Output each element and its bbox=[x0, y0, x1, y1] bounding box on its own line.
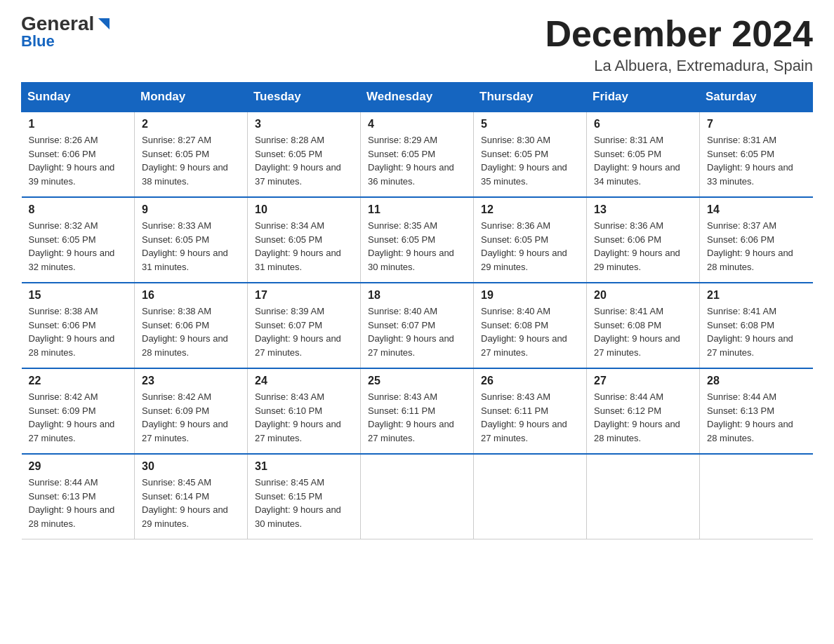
day-number: 12 bbox=[481, 203, 579, 216]
day-number: 14 bbox=[707, 203, 806, 216]
header-tuesday: Tuesday bbox=[248, 83, 361, 112]
day-info: Sunrise: 8:44 AMSunset: 6:12 PMDaylight:… bbox=[594, 391, 680, 443]
title-block: December 2024 La Albuera, Extremadura, S… bbox=[545, 14, 813, 75]
day-info: Sunrise: 8:38 AMSunset: 6:06 PMDaylight:… bbox=[29, 306, 115, 358]
day-info: Sunrise: 8:33 AMSunset: 6:05 PMDaylight:… bbox=[142, 220, 228, 272]
day-number: 1 bbox=[29, 118, 128, 130]
day-info: Sunrise: 8:40 AMSunset: 6:08 PMDaylight:… bbox=[481, 306, 567, 358]
calendar-cell: 29 Sunrise: 8:44 AMSunset: 6:13 PMDaylig… bbox=[22, 454, 135, 539]
calendar-cell: 10 Sunrise: 8:34 AMSunset: 6:05 PMDaylig… bbox=[248, 197, 361, 283]
day-number: 5 bbox=[481, 118, 579, 130]
day-number: 9 bbox=[142, 203, 240, 216]
day-info: Sunrise: 8:29 AMSunset: 6:05 PMDaylight:… bbox=[368, 135, 454, 187]
day-info: Sunrise: 8:28 AMSunset: 6:05 PMDaylight:… bbox=[255, 135, 341, 187]
calendar-cell: 16 Sunrise: 8:38 AMSunset: 6:06 PMDaylig… bbox=[135, 283, 248, 368]
day-info: Sunrise: 8:37 AMSunset: 6:06 PMDaylight:… bbox=[707, 220, 793, 272]
logo-blue-text: Blue bbox=[21, 34, 55, 49]
calendar-cell: 22 Sunrise: 8:42 AMSunset: 6:09 PMDaylig… bbox=[22, 368, 135, 454]
day-info: Sunrise: 8:36 AMSunset: 6:06 PMDaylight:… bbox=[594, 220, 680, 272]
header-wednesday: Wednesday bbox=[361, 83, 474, 112]
location: La Albuera, Extremadura, Spain bbox=[545, 57, 813, 75]
page-header: General Blue December 2024 La Albuera, E… bbox=[21, 14, 813, 75]
day-number: 28 bbox=[707, 375, 806, 387]
day-number: 13 bbox=[594, 203, 692, 216]
calendar-cell: 23 Sunrise: 8:42 AMSunset: 6:09 PMDaylig… bbox=[135, 368, 248, 454]
calendar-cell: 21 Sunrise: 8:41 AMSunset: 6:08 PMDaylig… bbox=[700, 283, 813, 368]
day-number: 6 bbox=[594, 118, 692, 130]
calendar-week-row: 22 Sunrise: 8:42 AMSunset: 6:09 PMDaylig… bbox=[22, 368, 813, 454]
logo-triangle-icon bbox=[95, 17, 112, 32]
day-info: Sunrise: 8:30 AMSunset: 6:05 PMDaylight:… bbox=[481, 135, 567, 187]
calendar-week-row: 8 Sunrise: 8:32 AMSunset: 6:05 PMDayligh… bbox=[22, 197, 813, 283]
day-number: 4 bbox=[368, 118, 466, 130]
svg-marker-0 bbox=[98, 18, 110, 29]
day-info: Sunrise: 8:44 AMSunset: 6:13 PMDaylight:… bbox=[29, 477, 115, 529]
day-info: Sunrise: 8:36 AMSunset: 6:05 PMDaylight:… bbox=[481, 220, 567, 272]
day-number: 17 bbox=[255, 289, 353, 302]
calendar-cell: 4 Sunrise: 8:29 AMSunset: 6:05 PMDayligh… bbox=[361, 112, 474, 197]
day-number: 2 bbox=[142, 118, 240, 130]
calendar-cell: 14 Sunrise: 8:37 AMSunset: 6:06 PMDaylig… bbox=[700, 197, 813, 283]
header-friday: Friday bbox=[587, 83, 700, 112]
calendar-cell: 30 Sunrise: 8:45 AMSunset: 6:14 PMDaylig… bbox=[135, 454, 248, 539]
day-number: 11 bbox=[368, 203, 466, 216]
day-info: Sunrise: 8:43 AMSunset: 6:11 PMDaylight:… bbox=[481, 391, 567, 443]
day-info: Sunrise: 8:35 AMSunset: 6:05 PMDaylight:… bbox=[368, 220, 454, 272]
calendar-table: SundayMondayTuesdayWednesdayThursdayFrid… bbox=[21, 82, 813, 539]
calendar-cell: 1 Sunrise: 8:26 AMSunset: 6:06 PMDayligh… bbox=[22, 112, 135, 197]
day-number: 23 bbox=[142, 375, 240, 387]
calendar-cell bbox=[587, 454, 700, 539]
day-number: 20 bbox=[594, 289, 692, 302]
day-number: 31 bbox=[255, 460, 353, 473]
day-info: Sunrise: 8:34 AMSunset: 6:05 PMDaylight:… bbox=[255, 220, 341, 272]
calendar-cell bbox=[700, 454, 813, 539]
day-number: 26 bbox=[481, 375, 579, 387]
logo-general-text: General bbox=[21, 14, 94, 34]
day-info: Sunrise: 8:45 AMSunset: 6:14 PMDaylight:… bbox=[142, 477, 228, 529]
calendar-cell: 18 Sunrise: 8:40 AMSunset: 6:07 PMDaylig… bbox=[361, 283, 474, 368]
logo: General Blue bbox=[21, 14, 112, 49]
day-info: Sunrise: 8:42 AMSunset: 6:09 PMDaylight:… bbox=[29, 391, 115, 443]
day-number: 29 bbox=[29, 460, 128, 473]
calendar-cell: 19 Sunrise: 8:40 AMSunset: 6:08 PMDaylig… bbox=[474, 283, 587, 368]
day-info: Sunrise: 8:43 AMSunset: 6:11 PMDaylight:… bbox=[368, 391, 454, 443]
day-number: 10 bbox=[255, 203, 353, 216]
day-info: Sunrise: 8:41 AMSunset: 6:08 PMDaylight:… bbox=[594, 306, 680, 358]
calendar-cell: 2 Sunrise: 8:27 AMSunset: 6:05 PMDayligh… bbox=[135, 112, 248, 197]
header-saturday: Saturday bbox=[700, 83, 813, 112]
calendar-week-row: 1 Sunrise: 8:26 AMSunset: 6:06 PMDayligh… bbox=[22, 112, 813, 197]
calendar-cell: 11 Sunrise: 8:35 AMSunset: 6:05 PMDaylig… bbox=[361, 197, 474, 283]
day-number: 21 bbox=[707, 289, 806, 302]
calendar-cell: 17 Sunrise: 8:39 AMSunset: 6:07 PMDaylig… bbox=[248, 283, 361, 368]
day-number: 18 bbox=[368, 289, 466, 302]
day-info: Sunrise: 8:45 AMSunset: 6:15 PMDaylight:… bbox=[255, 477, 341, 529]
day-number: 15 bbox=[29, 289, 128, 302]
calendar-cell: 9 Sunrise: 8:33 AMSunset: 6:05 PMDayligh… bbox=[135, 197, 248, 283]
calendar-cell: 5 Sunrise: 8:30 AMSunset: 6:05 PMDayligh… bbox=[474, 112, 587, 197]
calendar-cell: 25 Sunrise: 8:43 AMSunset: 6:11 PMDaylig… bbox=[361, 368, 474, 454]
header-thursday: Thursday bbox=[474, 83, 587, 112]
day-number: 30 bbox=[142, 460, 240, 473]
month-title: December 2024 bbox=[545, 14, 813, 54]
day-info: Sunrise: 8:39 AMSunset: 6:07 PMDaylight:… bbox=[255, 306, 341, 358]
calendar-cell: 12 Sunrise: 8:36 AMSunset: 6:05 PMDaylig… bbox=[474, 197, 587, 283]
calendar-cell: 27 Sunrise: 8:44 AMSunset: 6:12 PMDaylig… bbox=[587, 368, 700, 454]
calendar-cell: 6 Sunrise: 8:31 AMSunset: 6:05 PMDayligh… bbox=[587, 112, 700, 197]
calendar-cell: 15 Sunrise: 8:38 AMSunset: 6:06 PMDaylig… bbox=[22, 283, 135, 368]
day-info: Sunrise: 8:32 AMSunset: 6:05 PMDaylight:… bbox=[29, 220, 115, 272]
day-info: Sunrise: 8:26 AMSunset: 6:06 PMDaylight:… bbox=[29, 135, 115, 187]
calendar-cell: 7 Sunrise: 8:31 AMSunset: 6:05 PMDayligh… bbox=[700, 112, 813, 197]
calendar-cell: 20 Sunrise: 8:41 AMSunset: 6:08 PMDaylig… bbox=[587, 283, 700, 368]
day-info: Sunrise: 8:42 AMSunset: 6:09 PMDaylight:… bbox=[142, 391, 228, 443]
day-info: Sunrise: 8:31 AMSunset: 6:05 PMDaylight:… bbox=[707, 135, 793, 187]
calendar-week-row: 15 Sunrise: 8:38 AMSunset: 6:06 PMDaylig… bbox=[22, 283, 813, 368]
calendar-cell: 26 Sunrise: 8:43 AMSunset: 6:11 PMDaylig… bbox=[474, 368, 587, 454]
day-number: 8 bbox=[29, 203, 128, 216]
day-number: 16 bbox=[142, 289, 240, 302]
day-number: 22 bbox=[29, 375, 128, 387]
header-monday: Monday bbox=[135, 83, 248, 112]
day-number: 3 bbox=[255, 118, 353, 130]
day-info: Sunrise: 8:44 AMSunset: 6:13 PMDaylight:… bbox=[707, 391, 793, 443]
day-number: 24 bbox=[255, 375, 353, 387]
day-info: Sunrise: 8:43 AMSunset: 6:10 PMDaylight:… bbox=[255, 391, 341, 443]
